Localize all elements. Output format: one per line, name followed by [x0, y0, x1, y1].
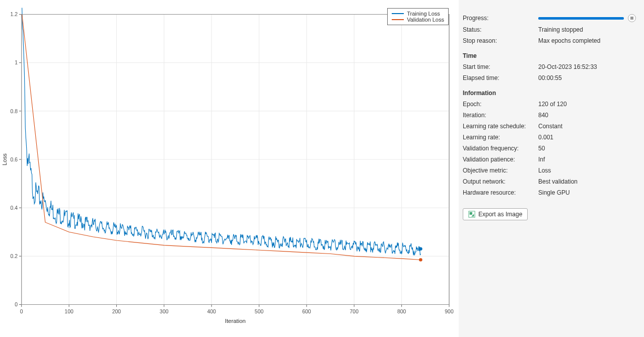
- status-value: Training stopped: [538, 26, 636, 33]
- chart-legend: Training Loss Validation Loss: [387, 8, 449, 25]
- export-label: Export as Image: [478, 211, 522, 218]
- svg-text:Loss: Loss: [2, 153, 8, 165]
- export-image-button[interactable]: Export as Image: [463, 208, 528, 220]
- loss-chart: 010020030040050060070080090000.20.40.60.…: [0, 0, 459, 337]
- status-label: Status:: [463, 26, 538, 33]
- svg-text:400: 400: [207, 309, 216, 314]
- val-freq-label: Validation frequency:: [463, 145, 538, 152]
- stop-icon: [630, 17, 633, 20]
- information-header: Information: [463, 90, 636, 97]
- svg-text:700: 700: [350, 309, 359, 314]
- svg-text:800: 800: [397, 309, 406, 314]
- legend-line-training: [392, 13, 404, 14]
- svg-text:0.4: 0.4: [11, 205, 18, 211]
- lr-label: Learning rate:: [463, 134, 538, 141]
- epoch-label: Epoch:: [463, 101, 538, 108]
- export-icon: [468, 211, 475, 218]
- svg-text:900: 900: [445, 309, 454, 314]
- stop-reason-label: Stop reason:: [463, 37, 538, 44]
- info-panel: Progress: Status: Training stopped Stop …: [459, 0, 644, 337]
- val-freq-value: 50: [538, 145, 636, 152]
- lr-value: 0.001: [538, 134, 636, 141]
- svg-text:0.6: 0.6: [11, 157, 18, 162]
- svg-text:0: 0: [15, 302, 18, 307]
- svg-text:100: 100: [64, 309, 74, 314]
- svg-point-55: [419, 258, 422, 262]
- svg-text:0: 0: [20, 309, 23, 314]
- hardware-label: Hardware resource:: [463, 189, 538, 196]
- svg-text:0.2: 0.2: [11, 254, 18, 259]
- iteration-label: Iteration:: [463, 112, 538, 119]
- legend-label-training: Training Loss: [407, 11, 440, 17]
- lr-schedule-label: Learning rate schedule:: [463, 123, 538, 130]
- lr-schedule-value: Constant: [538, 123, 636, 130]
- obj-metric-value: Loss: [538, 167, 636, 174]
- start-time-value: 20-Oct-2023 16:52:33: [538, 63, 636, 70]
- progress-bar: [538, 17, 624, 20]
- hardware-value: Single GPU: [538, 189, 636, 196]
- svg-text:1.2: 1.2: [11, 12, 18, 17]
- start-time-label: Start time:: [463, 63, 538, 70]
- svg-text:300: 300: [160, 309, 169, 314]
- svg-text:600: 600: [302, 309, 311, 314]
- stop-button[interactable]: [628, 14, 636, 22]
- svg-text:200: 200: [112, 309, 121, 314]
- legend-label-validation: Validation Loss: [407, 17, 444, 23]
- stop-reason-value: Max epochs completed: [538, 37, 636, 44]
- svg-point-54: [419, 247, 422, 251]
- elapsed-value: 00:00:55: [538, 74, 636, 81]
- svg-text:500: 500: [255, 309, 264, 314]
- val-patience-label: Validation patience:: [463, 156, 538, 163]
- legend-item-training: Training Loss: [392, 11, 444, 17]
- time-header: Time: [463, 52, 636, 59]
- progress-label: Progress:: [463, 15, 538, 22]
- obj-metric-label: Objective metric:: [463, 167, 538, 174]
- output-net-label: Output network:: [463, 178, 538, 185]
- legend-line-validation: [392, 19, 404, 20]
- svg-rect-58: [470, 212, 472, 215]
- progress-fill: [538, 17, 624, 20]
- epoch-value: 120 of 120: [538, 101, 636, 108]
- elapsed-label: Elapsed time:: [463, 74, 538, 81]
- svg-text:1: 1: [15, 60, 18, 65]
- chart-container: 010020030040050060070080090000.20.40.60.…: [0, 0, 459, 337]
- svg-text:Iteration: Iteration: [225, 318, 246, 324]
- svg-text:0.8: 0.8: [11, 109, 18, 114]
- iteration-value: 840: [538, 112, 636, 119]
- legend-item-validation: Validation Loss: [392, 17, 444, 23]
- val-patience-value: Inf: [538, 156, 636, 163]
- output-net-value: Best validation: [538, 178, 636, 185]
